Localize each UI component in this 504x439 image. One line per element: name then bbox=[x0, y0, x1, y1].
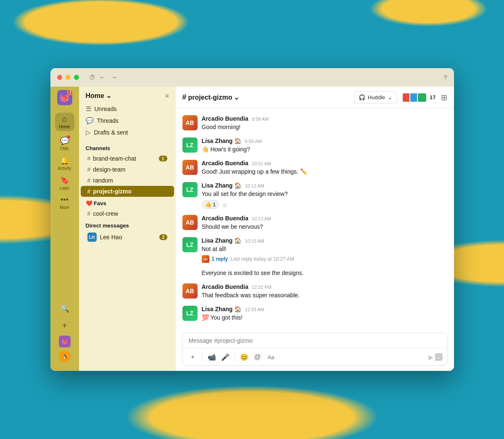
message-text-2: 👋 How's it going? bbox=[202, 145, 447, 154]
message-row-8: LZ Lisa Zhang 🏠 12:33 AM 💯 You got this! bbox=[182, 306, 447, 322]
message-author-4: Lisa Zhang 🏠 bbox=[202, 182, 242, 189]
message-text-3: Good! Just wrapping up a few things. ✏️ bbox=[202, 167, 447, 176]
reaction-thumbsup[interactable]: 🤙 1 bbox=[202, 200, 219, 209]
title-bar-nav: ← → bbox=[98, 73, 119, 82]
toolbar-right: ▶ ⌄ bbox=[428, 353, 443, 361]
message-content-6: Lisa Zhang 🏠 10:15 AM Not at all! AB 1 r… bbox=[202, 237, 447, 263]
message-toolbar: + 📹 🎤 😊 @ Aa ▶ ⌄ bbox=[183, 348, 447, 365]
user-avatar-penguin[interactable]: 🐧 bbox=[59, 351, 71, 362]
message-input-area: + 📹 🎤 😊 @ Aa ▶ ⌄ bbox=[176, 328, 454, 371]
message-header-3: Arcadio Buendia 10:01 AM bbox=[202, 160, 447, 167]
thread-reply-6[interactable]: AB 1 reply Last reply today at 10:27 AM bbox=[202, 255, 447, 263]
emoji-button[interactable]: 😊 bbox=[238, 351, 250, 363]
channel-badge-brand: 1 bbox=[159, 156, 167, 161]
forward-button[interactable]: → bbox=[110, 73, 119, 82]
channel-hash-icon: # bbox=[87, 210, 91, 217]
icon-sidebar: 🐙 1 ⌂ Home 💬 DMs 🔔 Activity bbox=[50, 87, 79, 371]
message-time-4: 10:12 AM bbox=[245, 183, 264, 188]
message-time-1: 9:58 AM bbox=[252, 116, 269, 122]
sidebar-item-later[interactable]: 🔖 Later bbox=[50, 173, 79, 193]
later-icon: 🔖 bbox=[60, 176, 69, 185]
huddle-button[interactable]: 🎧 Huddle ⌄ bbox=[354, 91, 397, 103]
message-author-3: Arcadio Buendia bbox=[202, 160, 248, 167]
message-text-1: Good morning! bbox=[202, 123, 447, 132]
nav-item-unreads[interactable]: ☰ Unreads bbox=[82, 103, 172, 115]
message-row-2: LZ Lisa Zhang 🏠 9:59 AM 👋 How's it going… bbox=[182, 138, 447, 154]
message-content-5: Arcadio Buendia 10:13 AM Should we be ne… bbox=[202, 215, 447, 231]
message-row-6: LZ Lisa Zhang 🏠 10:15 AM Not at all! AB … bbox=[182, 237, 447, 263]
add-icon-button[interactable]: + bbox=[58, 319, 71, 332]
format-button[interactable]: Aa bbox=[265, 351, 277, 363]
send-chevron[interactable]: ⌄ bbox=[435, 353, 443, 361]
message-author-6: Lisa Zhang 🏠 bbox=[202, 237, 242, 244]
channel-hash-icon: # bbox=[87, 155, 91, 162]
channel-item-cool-crew[interactable]: # cool-crew bbox=[81, 208, 174, 219]
channel-sidebar-header: Home ⌄ ≡ bbox=[79, 87, 176, 103]
lee-hao-name: Lee Hao bbox=[100, 234, 156, 241]
unreads-icon: ☰ bbox=[86, 105, 91, 113]
chat-header: # project-gizmo ⌄ 🎧 Huddle ⌄ 17 bbox=[176, 87, 454, 108]
sidebar-item-more[interactable]: ••• More bbox=[50, 193, 79, 212]
message-author-1: Arcadio Buendia bbox=[202, 115, 248, 122]
channel-sidebar: Home ⌄ ≡ ☰ Unreads 💬 Threads ▷ Drafts & … bbox=[79, 87, 176, 371]
video-icon-button[interactable]: 📹 bbox=[206, 351, 218, 363]
canvas-icon[interactable]: ⊞ bbox=[441, 93, 447, 102]
send-button[interactable]: ▶ bbox=[428, 353, 433, 361]
message-author-2: Lisa Zhang 🏠 bbox=[202, 138, 242, 144]
threads-icon: 💬 bbox=[86, 117, 94, 124]
channel-title[interactable]: # project-gizmo ⌄ bbox=[182, 93, 240, 102]
avatar-lisa-3: LZ bbox=[182, 237, 198, 252]
favs-header: ❤️ Favs bbox=[79, 197, 176, 208]
add-reaction-button[interactable]: ☺ bbox=[222, 201, 227, 208]
user-avatar-purple[interactable]: 🐙 bbox=[59, 336, 71, 347]
thread-reply-avatar: AB bbox=[202, 255, 209, 263]
minimize-button[interactable] bbox=[66, 75, 71, 80]
message-header-1: Arcadio Buendia 9:58 AM bbox=[202, 115, 447, 122]
reaction-count: 1 bbox=[213, 202, 216, 208]
channel-title-chevron: ⌄ bbox=[234, 93, 239, 101]
message-time-6: 10:15 AM bbox=[245, 238, 264, 243]
history-icon[interactable]: ⏱ bbox=[89, 74, 95, 81]
channel-item-brand[interactable]: # brand-team-chat 1 bbox=[81, 153, 174, 164]
channel-item-random[interactable]: # random bbox=[81, 175, 174, 186]
member-avatars[interactable]: 17 bbox=[402, 93, 435, 103]
sidebar-item-dms[interactable]: 💬 DMs bbox=[50, 134, 79, 153]
message-content-7: Arcadio Buendia 12:32 PM That feedback w… bbox=[202, 283, 447, 300]
back-button[interactable]: ← bbox=[98, 73, 107, 82]
message-header-4: Lisa Zhang 🏠 10:12 AM bbox=[202, 182, 447, 189]
message-text-4: You all set for the design review? bbox=[202, 190, 447, 198]
nav-item-drafts[interactable]: ▷ Drafts & sent bbox=[82, 127, 172, 138]
message-content-1: Arcadio Buendia 9:58 AM Good morning! bbox=[202, 115, 447, 132]
message-row-5: AB Arcadio Buendia 10:13 AM Should we be… bbox=[182, 215, 447, 231]
home-title[interactable]: Home ⌄ bbox=[86, 92, 111, 100]
member-avatar-3 bbox=[417, 93, 427, 103]
workspace-icon[interactable]: 🐙 1 bbox=[57, 90, 72, 105]
home-icon: ⌂ bbox=[62, 115, 67, 124]
maximize-button[interactable] bbox=[74, 75, 79, 80]
message-input[interactable] bbox=[183, 333, 447, 348]
message-header-7: Arcadio Buendia 12:32 PM bbox=[202, 283, 447, 290]
message-header-6: Lisa Zhang 🏠 10:15 AM bbox=[202, 237, 447, 244]
help-button[interactable]: ? bbox=[444, 74, 447, 81]
search-icon-button[interactable]: 🔍 bbox=[58, 302, 71, 315]
add-attachment-button[interactable]: + bbox=[187, 351, 199, 363]
message-text-7: That feedback was super reasonable. bbox=[202, 291, 447, 300]
close-button[interactable] bbox=[57, 75, 62, 80]
title-bar-controls: ⏱ bbox=[89, 74, 95, 81]
filter-icon[interactable]: ≡ bbox=[165, 93, 169, 99]
channel-item-design[interactable]: # design-team bbox=[81, 164, 174, 175]
channel-item-project-gizmo[interactable]: # project-gizmo bbox=[81, 186, 174, 197]
avatar-arcadio-3: AB bbox=[182, 215, 198, 230]
message-content-2: Lisa Zhang 🏠 9:59 AM 👋 How's it going? bbox=[202, 138, 447, 154]
messages-container: AB Arcadio Buendia 9:58 AM Good morning!… bbox=[176, 108, 454, 328]
nav-item-threads[interactable]: 💬 Threads bbox=[82, 115, 172, 127]
dm-item-lee-hao[interactable]: LH Lee Hao 2 bbox=[81, 230, 174, 244]
avatar-arcadio-1: AB bbox=[182, 115, 198, 130]
avatar-lisa-1: LZ bbox=[182, 138, 198, 153]
sidebar-item-activity[interactable]: 🔔 Activity bbox=[50, 153, 79, 173]
activity-icon: 🔔 bbox=[60, 156, 69, 165]
mention-button[interactable]: @ bbox=[252, 351, 264, 363]
thread-reply-count: 1 reply bbox=[212, 256, 228, 262]
mic-icon-button[interactable]: 🎤 bbox=[219, 351, 231, 363]
sidebar-item-home[interactable]: ⌂ Home bbox=[50, 110, 79, 134]
